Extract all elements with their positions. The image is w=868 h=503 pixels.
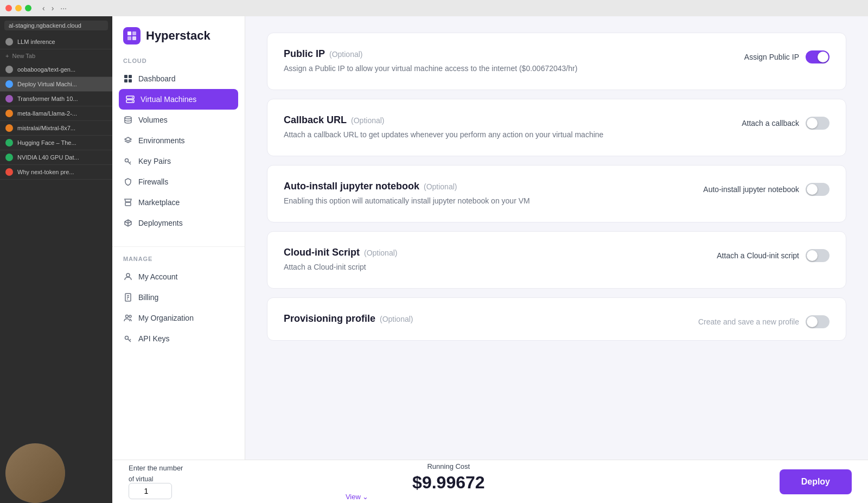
sidebar-item-billing[interactable]: Billing xyxy=(112,287,245,308)
browser-tab-mistral[interactable]: mistralai/Mixtral-8x7... xyxy=(0,121,112,136)
vm-count-label-text: Enter the number xyxy=(129,464,183,472)
browser-tab-meta[interactable]: meta-llama/Llama-2-... xyxy=(0,106,112,121)
sidebar-item-firewalls[interactable]: Firewalls xyxy=(112,171,245,192)
sidebar-item-my-account[interactable]: My Account xyxy=(112,266,245,287)
public-ip-title-text: Public IP xyxy=(284,48,325,60)
nav-buttons: ‹ › ··· xyxy=(40,3,69,14)
tab-icon-ooba xyxy=(5,66,13,73)
jupyter-toggle[interactable] xyxy=(806,183,829,196)
public-ip-toggle[interactable] xyxy=(806,50,829,63)
bottom-bar: Enter the number of virtual Running Cost… xyxy=(112,460,868,503)
svg-rect-6 xyxy=(124,79,127,82)
running-cost-label: Running Cost xyxy=(346,462,552,470)
url-bar[interactable]: al-staging.ngbackend.cloud xyxy=(4,21,108,30)
sidebar-item-volumes[interactable]: Volumes xyxy=(112,110,245,130)
provisioning-optional: (Optional) xyxy=(380,315,413,323)
marketplace-label: Marketplace xyxy=(138,198,180,207)
sidebar-item-environments[interactable]: Environments xyxy=(112,130,245,151)
cloud-init-control: Attach a Cloud-init script xyxy=(717,247,829,262)
cloud-init-title-text: Cloud-init Script xyxy=(284,247,360,258)
more-button[interactable]: ··· xyxy=(58,3,69,14)
callback-url-card: Callback URL (Optional) Attach a callbac… xyxy=(267,99,846,156)
traffic-lights xyxy=(5,5,31,11)
svg-rect-5 xyxy=(129,75,132,78)
callback-url-title: Callback URL (Optional) xyxy=(284,114,720,126)
browser-tab-nvidia[interactable]: NVIDIA L40 GPU Dat... xyxy=(0,150,112,165)
jupyter-title: Auto-install jupyter notebook (Optional) xyxy=(284,181,681,192)
cloud-init-toggle[interactable] xyxy=(806,249,829,262)
cost-section: Running Cost $9.99672 View ⌄ xyxy=(346,462,552,501)
browser-tab-deploy[interactable]: Deploy Virtual Machi... xyxy=(0,77,112,92)
vm-count-sub: of virtual xyxy=(129,475,335,483)
my-account-label: My Account xyxy=(138,272,177,281)
callback-url-text: Callback URL (Optional) Attach a callbac… xyxy=(284,114,720,141)
tab-icon-deploy xyxy=(5,80,13,88)
vm-count-input[interactable] xyxy=(129,483,172,499)
tab-label-transformer: Transformer Math 10... xyxy=(17,95,78,102)
minimize-button[interactable] xyxy=(15,5,22,11)
key-icon xyxy=(123,156,133,166)
tab-label-hf: Hugging Face – The... xyxy=(17,139,76,146)
public-ip-toggle-knob xyxy=(818,52,828,62)
cloud-init-title: Cloud-init Script (Optional) xyxy=(284,247,695,258)
tab-icon-transformer xyxy=(5,95,13,103)
server-icon xyxy=(125,94,135,104)
users-icon xyxy=(123,313,133,323)
cloud-init-toggle-knob xyxy=(807,250,818,261)
browser-chrome: ‹ › ··· xyxy=(0,0,868,16)
deploy-button[interactable]: Deploy xyxy=(780,469,852,494)
browser-tab-transformer[interactable]: Transformer Math 10... xyxy=(0,92,112,106)
tab-icon-why xyxy=(5,168,13,176)
grid-icon xyxy=(123,74,133,84)
back-button[interactable]: ‹ xyxy=(40,3,47,14)
svg-point-15 xyxy=(126,273,130,277)
tab-label-why: Why next-token pre... xyxy=(17,169,74,175)
browser-tab-hf[interactable]: Hugging Face – The... xyxy=(0,136,112,150)
view-details-button[interactable]: View ⌄ xyxy=(346,493,552,501)
svg-point-12 xyxy=(125,117,131,119)
tab-icon-llm xyxy=(5,38,13,46)
cloud-section-label: CLOUD xyxy=(112,58,245,64)
jupyter-control: Auto-install jupyter notebook xyxy=(703,181,829,196)
brand-icon xyxy=(123,27,141,44)
sidebar-item-my-organization[interactable]: My Organization xyxy=(112,308,245,328)
provisioning-title-text: Provisioning profile xyxy=(284,313,375,324)
avatar xyxy=(5,443,65,503)
forward-button[interactable]: › xyxy=(49,3,56,14)
provisioning-toggle[interactable] xyxy=(806,315,829,328)
sidebar-item-virtual-machines[interactable]: Virtual Machines xyxy=(119,89,238,110)
sidebar-item-dashboard[interactable]: Dashboard xyxy=(112,68,245,89)
sidebar-item-api-keys[interactable]: API Keys xyxy=(112,328,245,349)
svg-rect-2 xyxy=(127,36,131,40)
close-button[interactable] xyxy=(5,5,12,11)
sidebar-item-deployments[interactable]: Deployments xyxy=(112,213,245,233)
callback-url-toggle[interactable] xyxy=(806,117,829,130)
chevron-down-icon: ⌄ xyxy=(362,493,368,501)
brand-name: Hyperstack xyxy=(146,29,210,43)
sidebar-item-key-pairs[interactable]: Key Pairs xyxy=(112,151,245,171)
new-tab-button[interactable]: + New Tab xyxy=(0,49,112,62)
svg-point-11 xyxy=(132,101,133,102)
callback-url-toggle-knob xyxy=(807,118,818,129)
dashboard-label: Dashboard xyxy=(138,74,176,83)
sidebar-item-marketplace[interactable]: Marketplace xyxy=(112,192,245,213)
jupyter-desc: Enabling this option will automatically … xyxy=(284,195,681,207)
public-ip-text: Public IP (Optional) Assign a Public IP … xyxy=(284,48,723,74)
jupyter-toggle-knob xyxy=(807,184,818,195)
cloud-init-desc: Attach a Cloud-init script xyxy=(284,262,695,273)
browser-tab-list: al-staging.ngbackend.cloud LLM inference… xyxy=(0,16,112,503)
api-key-icon xyxy=(123,334,133,343)
maximize-button[interactable] xyxy=(25,5,31,11)
browser-tab-why[interactable]: Why next-token pre... xyxy=(0,165,112,180)
callback-url-title-text: Callback URL xyxy=(284,114,347,126)
tab-icon-hf xyxy=(5,139,13,147)
layers-icon xyxy=(123,136,133,145)
callback-url-control-label: Attach a callback xyxy=(742,119,799,128)
public-ip-card: Public IP (Optional) Assign a Public IP … xyxy=(267,33,846,90)
browser-tab-llm[interactable]: LLM inference xyxy=(0,35,112,49)
browser-tab-ooba[interactable]: oobabooga/text-gen... xyxy=(0,62,112,77)
cost-value: $9.99672 xyxy=(346,473,552,493)
tab-icon-mistral xyxy=(5,124,13,132)
jupyter-text: Auto-install jupyter notebook (Optional)… xyxy=(284,181,681,207)
provisioning-control: Create and save a new profile xyxy=(698,313,829,328)
